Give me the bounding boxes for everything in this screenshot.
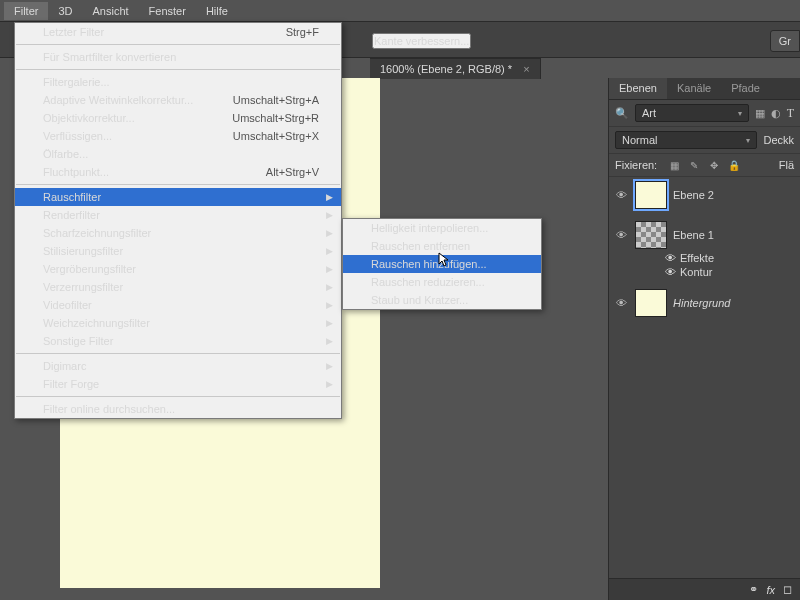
submenu-item-reduce-noise[interactable]: Rauschen reduzieren... bbox=[343, 273, 541, 291]
menu-ansicht[interactable]: Ansicht bbox=[83, 2, 139, 20]
lock-paint-icon[interactable]: ✎ bbox=[687, 158, 701, 172]
menu-item-shortcut: Umschalt+Strg+R bbox=[232, 112, 319, 124]
layer-row[interactable]: 👁 Hintergrund bbox=[609, 287, 800, 319]
menu-item-video[interactable]: Videofilter▶ bbox=[15, 296, 341, 314]
menu-item-browse-online[interactable]: Filter online durchsuchen... bbox=[15, 400, 341, 418]
fx-icon[interactable]: fx bbox=[766, 584, 775, 596]
blend-mode-dropdown[interactable]: Normal▾ bbox=[615, 131, 757, 149]
submenu-item-dust-scratches[interactable]: Staub und Kratzer... bbox=[343, 291, 541, 309]
menu-item-last-filter[interactable]: Letzter Filter Strg+F bbox=[15, 23, 341, 41]
search-icon: 🔍 bbox=[615, 107, 629, 120]
mask-icon[interactable]: ◻ bbox=[783, 583, 792, 596]
menu-item-label: Videofilter bbox=[43, 299, 92, 311]
menu-item-liquify[interactable]: Verflüssigen...Umschalt+Strg+X bbox=[15, 127, 341, 145]
menu-item-adaptive-wide[interactable]: Adaptive Weitwinkelkorrektur...Umschalt+… bbox=[15, 91, 341, 109]
menu-item-label: Rauschfilter bbox=[43, 191, 101, 203]
submenu-arrow-icon: ▶ bbox=[326, 228, 333, 238]
close-icon[interactable]: × bbox=[523, 63, 529, 75]
menu-item-label: Filtergalerie... bbox=[43, 76, 110, 88]
menu-fenster[interactable]: Fenster bbox=[139, 2, 196, 20]
tab-layers[interactable]: Ebenen bbox=[609, 78, 667, 99]
menu-item-label: Renderfilter bbox=[43, 209, 100, 221]
document-tab[interactable]: 1600% (Ebene 2, RGB/8) * × bbox=[370, 58, 541, 79]
layer-row[interactable]: 👁 Ebene 1 bbox=[609, 219, 800, 251]
submenu-item-despeckle[interactable]: Rauschen entfernen bbox=[343, 237, 541, 255]
menu-filter[interactable]: Filter bbox=[4, 2, 48, 20]
refine-edge-button[interactable]: Kante verbessern... bbox=[372, 33, 471, 49]
menu-hilfe[interactable]: Hilfe bbox=[196, 2, 238, 20]
menu-3d[interactable]: 3D bbox=[48, 2, 82, 20]
menu-item-other[interactable]: Sonstige Filter▶ bbox=[15, 332, 341, 350]
layer-fx-row[interactable]: 👁Kontur bbox=[609, 265, 800, 279]
menu-item-digimarc[interactable]: Digimarc▶ bbox=[15, 357, 341, 375]
fx-label: Effekte bbox=[680, 252, 714, 264]
menu-item-label: Für Smartfilter konvertieren bbox=[43, 51, 176, 63]
menu-item-label: Verzerrungsfilter bbox=[43, 281, 123, 293]
menu-item-render[interactable]: Renderfilter▶ bbox=[15, 206, 341, 224]
layers-panel: Ebenen Kanäle Pfade 🔍 Art▾ ▦ ◐ T Normal▾… bbox=[608, 78, 800, 600]
menu-item-shortcut: Umschalt+Strg+A bbox=[233, 94, 319, 106]
menu-item-label: Verflüssigen... bbox=[43, 130, 112, 142]
menu-item-label: Objektivkorrektur... bbox=[43, 112, 135, 124]
menu-item-oilpaint[interactable]: Ölfarbe... bbox=[15, 145, 341, 163]
menu-item-filtergallery[interactable]: Filtergalerie... bbox=[15, 73, 341, 91]
menu-item-label: Fluchtpunkt... bbox=[43, 166, 109, 178]
layer-name[interactable]: Ebene 1 bbox=[673, 229, 796, 241]
layer-kind-label: Art bbox=[642, 107, 656, 119]
visibility-icon[interactable]: 👁 bbox=[613, 297, 629, 309]
layer-name[interactable]: Hintergrund bbox=[673, 297, 796, 309]
link-icon[interactable]: ⚭ bbox=[749, 583, 758, 596]
opacity-label: Deckk bbox=[763, 134, 794, 146]
menu-item-smartfilter[interactable]: Für Smartfilter konvertieren bbox=[15, 48, 341, 66]
visibility-icon[interactable]: 👁 bbox=[613, 189, 629, 201]
layer-row[interactable]: 👁 Ebene 2 bbox=[609, 179, 800, 211]
tab-channels[interactable]: Kanäle bbox=[667, 78, 721, 99]
document-tab-title: 1600% (Ebene 2, RGB/8) * bbox=[380, 63, 512, 75]
toolbar-overflow-button[interactable]: Gr bbox=[770, 30, 800, 52]
menu-item-pixelate[interactable]: Vergröberungsfilter▶ bbox=[15, 260, 341, 278]
submenu-arrow-icon: ▶ bbox=[326, 210, 333, 220]
layer-kind-dropdown[interactable]: Art▾ bbox=[635, 104, 749, 122]
menu-item-label: Staub und Kratzer... bbox=[371, 294, 468, 306]
submenu-arrow-icon: ▶ bbox=[326, 336, 333, 346]
menu-item-label: Ölfarbe... bbox=[43, 148, 88, 160]
menu-item-blur[interactable]: Weichzeichnungsfilter▶ bbox=[15, 314, 341, 332]
noise-submenu: Helligkeit interpolieren... Rauschen ent… bbox=[342, 218, 542, 310]
menu-item-filterforge[interactable]: Filter Forge▶ bbox=[15, 375, 341, 393]
menu-item-stylize[interactable]: Stilisierungsfilter▶ bbox=[15, 242, 341, 260]
lock-all-icon[interactable]: 🔒 bbox=[727, 158, 741, 172]
layer-fx-row[interactable]: 👁Effekte bbox=[609, 251, 800, 265]
eye-icon[interactable]: 👁 bbox=[665, 252, 676, 264]
menu-item-shortcut: Umschalt+Strg+X bbox=[233, 130, 319, 142]
layer-thumbnail bbox=[635, 289, 667, 317]
menu-item-distort[interactable]: Verzerrungsfilter▶ bbox=[15, 278, 341, 296]
adjustment-filter-icon[interactable]: ◐ bbox=[771, 107, 781, 120]
panel-tabs: Ebenen Kanäle Pfade bbox=[609, 78, 800, 100]
menu-item-lens-correction[interactable]: Objektivkorrektur...Umschalt+Strg+R bbox=[15, 109, 341, 127]
menu-item-label: Stilisierungsfilter bbox=[43, 245, 123, 257]
filter-menu: Letzter Filter Strg+F Für Smartfilter ko… bbox=[14, 22, 342, 419]
layers-list: 👁 Ebene 2 👁 Ebene 1 👁Effekte 👁Kontur 👁 H… bbox=[609, 177, 800, 321]
type-filter-icon[interactable]: T bbox=[787, 106, 794, 121]
menu-item-label: Digimarc bbox=[43, 360, 86, 372]
menu-item-label: Scharfzeichnungsfilter bbox=[43, 227, 151, 239]
blend-mode-label: Normal bbox=[622, 134, 657, 146]
pixel-filter-icon[interactable]: ▦ bbox=[755, 107, 765, 120]
tab-paths[interactable]: Pfade bbox=[721, 78, 770, 99]
layer-name[interactable]: Ebene 2 bbox=[673, 189, 796, 201]
eye-icon[interactable]: 👁 bbox=[665, 266, 676, 278]
menu-item-label: Rauschen entfernen bbox=[371, 240, 470, 252]
menu-item-label: Rauschen reduzieren... bbox=[371, 276, 485, 288]
menu-item-vanishing[interactable]: Fluchtpunkt...Alt+Strg+V bbox=[15, 163, 341, 181]
submenu-item-interpolate[interactable]: Helligkeit interpolieren... bbox=[343, 219, 541, 237]
fx-label: Kontur bbox=[680, 266, 712, 278]
menu-item-shortcut: Strg+F bbox=[286, 26, 319, 38]
submenu-item-add-noise[interactable]: Rauschen hinzufügen... bbox=[343, 255, 541, 273]
visibility-icon[interactable]: 👁 bbox=[613, 229, 629, 241]
menu-item-label: Sonstige Filter bbox=[43, 335, 113, 347]
submenu-arrow-icon: ▶ bbox=[326, 246, 333, 256]
menu-item-noise[interactable]: Rauschfilter▶ bbox=[15, 188, 341, 206]
lock-transparent-icon[interactable]: ▦ bbox=[667, 158, 681, 172]
menu-item-sharpen[interactable]: Scharfzeichnungsfilter▶ bbox=[15, 224, 341, 242]
lock-position-icon[interactable]: ✥ bbox=[707, 158, 721, 172]
